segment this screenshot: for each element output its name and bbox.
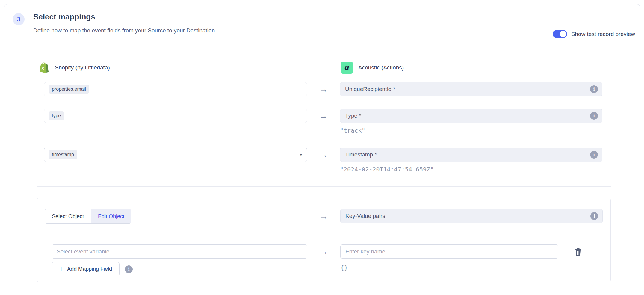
- mapping-row: type → Type * i "track": [44, 109, 640, 134]
- mapping-row: timestamp ▾ → Timestamp * i "2024-02-20T…: [44, 148, 640, 173]
- source-field-dropdown[interactable]: timestamp ▾: [44, 148, 307, 162]
- arrow-right-icon: →: [319, 150, 328, 159]
- arrow-right-icon: →: [319, 111, 328, 121]
- destination-field-label: Timestamp *: [345, 151, 377, 158]
- delete-row-button[interactable]: [575, 244, 582, 259]
- select-mappings-card: 3 Select mappings Define how to map the …: [4, 4, 640, 295]
- source-field-chip[interactable]: type: [49, 111, 64, 120]
- page-subtitle: Define how to map the event fields from …: [33, 27, 215, 34]
- section-divider: [37, 186, 611, 187]
- tab-edit-object[interactable]: Edit Object: [91, 209, 131, 223]
- mappings-body: S Shopify (by Littledata) a Acoustic (Ac…: [4, 43, 640, 290]
- shopify-icon: S: [37, 62, 49, 74]
- destination-field: Key-Value pairs i: [340, 209, 603, 223]
- object-mode-tab-group: Select Object Edit Object: [45, 209, 131, 224]
- info-icon[interactable]: i: [125, 265, 133, 273]
- trash-icon: [575, 248, 582, 256]
- info-icon[interactable]: i: [590, 112, 598, 120]
- source-field-input[interactable]: properties.email: [44, 82, 307, 96]
- toggle-knob-icon: [560, 31, 566, 37]
- destination-field: UniqueRecipientId * i: [340, 82, 602, 96]
- destination-name: Acoustic (Actions): [358, 64, 404, 71]
- acoustic-icon: a: [341, 62, 353, 74]
- test-record-preview-value: "track": [340, 127, 602, 134]
- destination-field-label: Type *: [345, 112, 361, 119]
- step-number-badge: 3: [13, 13, 25, 25]
- destination-field-label: Key-Value pairs: [345, 213, 385, 219]
- source-field-chip[interactable]: timestamp: [49, 150, 77, 159]
- destination-header: a Acoustic (Actions): [341, 62, 404, 74]
- key-name-input[interactable]: [340, 244, 558, 259]
- svg-text:S: S: [42, 66, 44, 71]
- chevron-down-icon[interactable]: ▾: [300, 153, 302, 157]
- connector-headers: S Shopify (by Littledata) a Acoustic (Ac…: [37, 62, 640, 74]
- arrow-right-icon: →: [319, 211, 328, 221]
- source-header: S Shopify (by Littledata): [37, 62, 341, 74]
- info-icon[interactable]: i: [590, 212, 598, 220]
- key-value-preview: {}: [340, 264, 603, 271]
- toggle-label: Show test record preview: [571, 31, 635, 37]
- mapping-row: properties.email → UniqueRecipientId * i: [44, 82, 640, 96]
- test-record-preview-value: "2024-02-20T14:47:54.659Z": [340, 166, 602, 173]
- source-field-chip[interactable]: properties.email: [49, 85, 89, 94]
- object-mapping-card: Select Object Edit Object → Key-Value pa…: [37, 198, 611, 282]
- arrow-right-icon: →: [319, 247, 328, 256]
- test-record-preview-control: Show test record preview: [553, 30, 635, 38]
- plus-icon: +: [59, 265, 63, 273]
- add-mapping-field-label: Add Mapping Field: [67, 266, 112, 272]
- info-icon[interactable]: i: [590, 85, 598, 93]
- add-mapping-field-button[interactable]: + Add Mapping Field: [52, 262, 120, 276]
- event-variable-input[interactable]: [52, 244, 307, 259]
- info-icon[interactable]: i: [590, 151, 598, 159]
- tab-select-object[interactable]: Select Object: [45, 209, 91, 223]
- bottom-divider: [37, 290, 611, 290]
- source-field-input[interactable]: type: [44, 109, 307, 123]
- destination-field: Timestamp * i: [340, 148, 602, 162]
- destination-field-label: UniqueRecipientId *: [345, 86, 395, 92]
- show-test-record-preview-toggle[interactable]: [553, 30, 567, 38]
- arrow-right-icon: →: [319, 84, 328, 94]
- source-name: Shopify (by Littledata): [55, 64, 110, 71]
- page-title: Select mappings: [33, 12, 95, 22]
- step-header: 3 Select mappings Define how to map the …: [4, 4, 640, 43]
- destination-field: Type * i: [340, 109, 602, 123]
